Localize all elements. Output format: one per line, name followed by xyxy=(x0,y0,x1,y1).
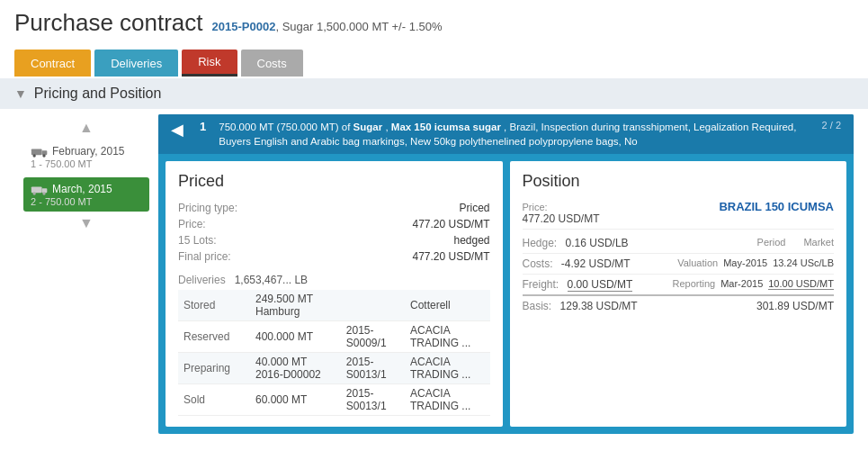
panel-body: Priced Pricing type: Priced Price: 477.2… xyxy=(158,154,854,434)
truck-icon xyxy=(31,144,49,158)
lots-label: 15 Lots: xyxy=(178,234,217,247)
valuation-val: 13.24 USc/LB xyxy=(773,257,834,268)
valuation-section: Valuation May-2015 13.24 USc/LB xyxy=(677,257,834,268)
status-reserved: Reserved xyxy=(178,321,250,353)
freight-value: 0.00 USD/MT xyxy=(568,278,633,292)
sidebar-item-february[interactable]: February, 2015 1 - 750.00 MT xyxy=(23,140,149,174)
priced-box: Priced Pricing type: Priced Price: 477.2… xyxy=(166,161,503,427)
period-header: Period xyxy=(757,237,786,248)
freight-label: Freight: xyxy=(523,278,559,291)
pos-freight-section: Freight: 0.00 USD/MT xyxy=(523,278,633,291)
hedge-col-headers: Period Market xyxy=(757,237,834,248)
table-row: Stored 249.500 MT Hamburg Cotterell xyxy=(178,290,490,321)
tabs-bar: Contract Deliveries Risk Costs xyxy=(0,42,868,77)
svg-rect-0 xyxy=(31,149,42,156)
reporting-period: Mar-2015 xyxy=(720,278,763,289)
sidebar-item-march[interactable]: March, 2015 2 - 750.00 MT xyxy=(23,177,149,212)
reporting-label: Reporting xyxy=(672,278,715,289)
status-preparing: Preparing xyxy=(178,353,250,384)
panel-left-arrow[interactable]: ◀ xyxy=(166,118,189,141)
content-area: ▲ February, 2015 1 - 750.00 MT xyxy=(0,114,868,434)
price-value: 477.20 USD/MT xyxy=(412,218,489,230)
page-subtitle: 2015-P0002, Sugar 1,500.000 MT +/- 1.50% xyxy=(212,20,443,33)
hedge-label: Hedge: xyxy=(523,237,558,249)
chevron-down-icon: ▼ xyxy=(14,86,27,101)
tab-deliveries[interactable]: Deliveries xyxy=(94,50,178,77)
status-stored: Stored xyxy=(178,290,250,321)
pos-costs-section: Costs: -4.92 USD/MT xyxy=(523,257,631,270)
section-title: Pricing and Position xyxy=(34,86,161,102)
commodity-name: BRAZIL 150 ICUMSA xyxy=(719,200,834,213)
panel-nav: ◀ 1 750.000 MT (750.000 MT) of Sugar , M… xyxy=(158,114,854,154)
status-sold: Sold xyxy=(178,384,250,416)
svg-rect-4 xyxy=(31,187,42,194)
qty-sold: 60.000 MT xyxy=(250,384,341,416)
costs-label: Costs: xyxy=(523,257,553,270)
basis-label: Basis: xyxy=(523,300,552,312)
mar-month: March, 2015 xyxy=(52,183,112,195)
priced-title: Priced xyxy=(178,172,490,191)
feb-month: February, 2015 xyxy=(52,145,125,158)
ref-sold: 2015-S0013/1 xyxy=(341,384,405,416)
svg-point-6 xyxy=(33,192,36,194)
panel-item-desc: 750.000 MT (750.000 MT) of Sugar , Max 1… xyxy=(213,118,816,150)
feb-qty: 1 - 750.00 MT xyxy=(31,158,142,169)
party-stored: Cotterell xyxy=(405,290,490,321)
qty-reserved: 400.000 MT xyxy=(250,321,341,353)
tab-risk[interactable]: Risk xyxy=(182,50,237,77)
table-row: Sold 60.000 MT 2015-S0013/1 ACACIA TRADI… xyxy=(178,384,490,416)
valuation-period: May-2015 xyxy=(723,257,767,268)
hedge-value: 0.16 USD/LB xyxy=(566,237,629,249)
position-box: Position Price: 477.20 USD/MT BRAZIL 150… xyxy=(510,161,847,427)
ref-stored xyxy=(341,290,405,321)
valuation-label: Valuation xyxy=(677,257,718,268)
tab-contract[interactable]: Contract xyxy=(14,50,91,77)
ref-preparing: 2015-S0013/1 xyxy=(341,353,405,384)
pricing-type-row: Pricing type: Priced xyxy=(178,200,490,216)
pricing-type-label: Pricing type: xyxy=(178,202,237,214)
pricing-type-value: Priced xyxy=(459,202,489,214)
contract-id: 2015-P0002 xyxy=(212,20,276,33)
deliveries-summary-label: Deliveries 1,653,467... LB xyxy=(178,274,490,286)
svg-point-3 xyxy=(42,154,45,157)
table-row: Preparing 40.000 MT 2016-D00002 2015-S00… xyxy=(178,353,490,384)
final-price-row: Final price: 477.20 USD/MT xyxy=(178,248,490,265)
basis-right-val: 301.89 USD/MT xyxy=(756,300,834,312)
section-header: ▼ Pricing and Position xyxy=(0,78,868,109)
basis-value: 129.38 USD/MT xyxy=(560,300,638,312)
svg-point-2 xyxy=(33,154,36,157)
lots-value: hedged xyxy=(453,234,489,247)
sidebar-up-arrow[interactable]: ▲ xyxy=(72,118,101,138)
qty-stored: 249.500 MT Hamburg xyxy=(250,290,341,321)
main-panel: ◀ 1 750.000 MT (750.000 MT) of Sugar , M… xyxy=(158,114,854,434)
tab-costs[interactable]: Costs xyxy=(241,50,303,77)
party-preparing: ACACIA TRADING ... xyxy=(405,353,490,384)
price-label: Price: xyxy=(178,218,206,230)
reporting-val: 10.00 USD/MT xyxy=(768,278,834,290)
final-price-label: Final price: xyxy=(178,250,231,263)
price-row: Price: 477.20 USD/MT xyxy=(178,216,490,232)
panel-counter: 2 / 2 xyxy=(817,118,846,132)
party-sold: ACACIA TRADING ... xyxy=(405,384,490,416)
market-header: Market xyxy=(803,237,834,248)
mar-qty: 2 - 750.00 MT xyxy=(31,196,142,207)
delivery-sidebar: ▲ February, 2015 1 - 750.00 MT xyxy=(14,114,158,434)
pos-price-value: 477.20 USD/MT xyxy=(523,212,600,225)
page-title: Purchase contract xyxy=(14,9,203,37)
position-title: Position xyxy=(523,172,835,191)
pos-price-label: Price: xyxy=(523,202,600,212)
reporting-section: Reporting Mar-2015 10.00 USD/MT xyxy=(672,278,834,290)
qty-preparing: 40.000 MT 2016-D00002 xyxy=(250,353,341,384)
delivery-table: Stored 249.500 MT Hamburg Cotterell Rese… xyxy=(178,290,490,416)
party-reserved: ACACIA TRADING ... xyxy=(405,321,490,353)
sidebar-down-arrow[interactable]: ▼ xyxy=(72,213,101,233)
svg-point-7 xyxy=(42,192,45,194)
panel-item-num: 1 xyxy=(192,118,213,135)
costs-value: -4.92 USD/MT xyxy=(561,257,631,270)
pos-price-section: Price: 477.20 USD/MT xyxy=(523,202,600,225)
lots-row: 15 Lots: hedged xyxy=(178,232,490,248)
pos-basis-section: Basis: 129.38 USD/MT xyxy=(523,300,638,312)
page-header: Purchase contract 2015-P0002, Sugar 1,50… xyxy=(0,0,868,42)
ref-reserved: 2015-S0009/1 xyxy=(341,321,405,353)
truck-icon-active xyxy=(31,182,49,196)
